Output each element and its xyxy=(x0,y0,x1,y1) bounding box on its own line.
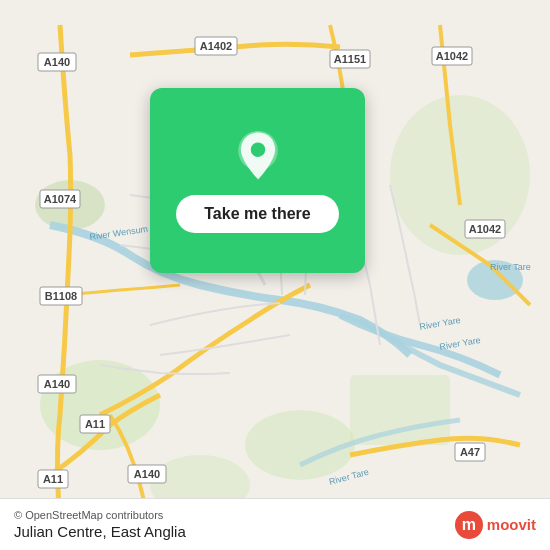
svg-rect-4 xyxy=(350,375,450,445)
location-pin-icon xyxy=(231,129,285,183)
svg-text:A1402: A1402 xyxy=(200,40,232,52)
svg-text:A140: A140 xyxy=(134,468,160,480)
svg-point-3 xyxy=(390,95,530,255)
bottom-bar: © OpenStreetMap contributors Julian Cent… xyxy=(0,498,550,550)
svg-point-2 xyxy=(245,410,355,480)
svg-point-38 xyxy=(250,142,264,156)
svg-text:River Tare: River Tare xyxy=(490,262,531,272)
svg-text:B1108: B1108 xyxy=(45,290,77,302)
moovit-text: moovit xyxy=(487,516,536,533)
map-background: A140 A1402 A1151 A1042 A1042 A1074 B1108… xyxy=(0,0,550,550)
svg-text:A140: A140 xyxy=(44,378,70,390)
svg-text:A11: A11 xyxy=(85,418,105,430)
svg-text:A1042: A1042 xyxy=(436,50,468,62)
map-container: A140 A1402 A1151 A1042 A1042 A1074 B1108… xyxy=(0,0,550,550)
location-label: Julian Centre, East Anglia xyxy=(14,523,186,540)
moovit-logo: m moovit xyxy=(455,511,536,539)
svg-text:A1151: A1151 xyxy=(334,53,366,65)
svg-text:A1042: A1042 xyxy=(469,223,501,235)
location-card[interactable]: Take me there xyxy=(150,88,365,273)
svg-text:A1074: A1074 xyxy=(44,193,77,205)
svg-text:A47: A47 xyxy=(460,446,480,458)
osm-attribution: © OpenStreetMap contributors xyxy=(14,509,186,521)
moovit-m-icon: m xyxy=(455,511,483,539)
svg-text:A140: A140 xyxy=(44,56,70,68)
svg-text:A11: A11 xyxy=(43,473,63,485)
take-me-there-button[interactable]: Take me there xyxy=(176,195,338,233)
